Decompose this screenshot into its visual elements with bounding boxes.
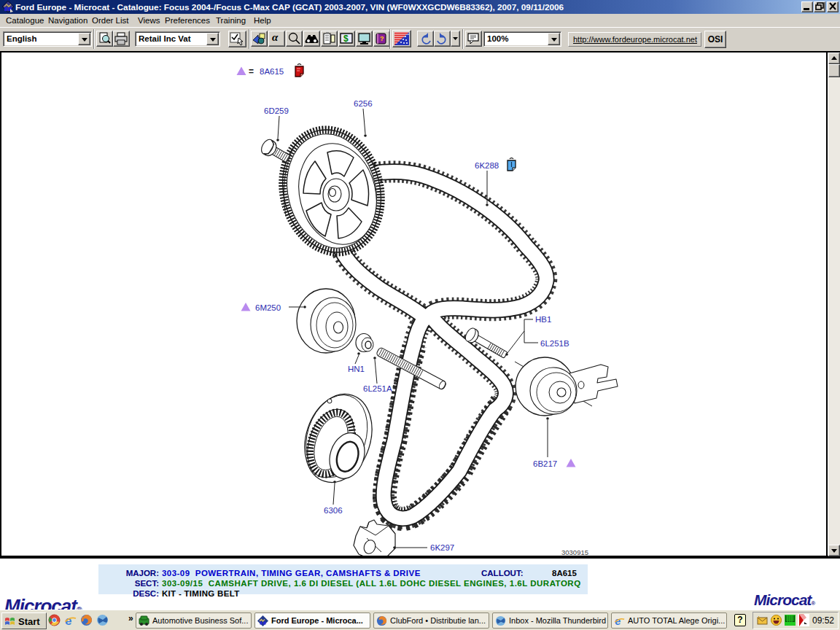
svg-text:6256: 6256 bbox=[354, 99, 373, 108]
svg-text:6L251B: 6L251B bbox=[540, 339, 569, 348]
svg-text:8A615: 8A615 bbox=[260, 67, 284, 76]
svg-text:$: $ bbox=[343, 34, 349, 44]
svg-text:6B217: 6B217 bbox=[533, 459, 557, 468]
svg-text:6M250: 6M250 bbox=[255, 303, 281, 312]
svg-text:6306: 6306 bbox=[324, 506, 343, 515]
svg-text:6K297: 6K297 bbox=[430, 543, 454, 552]
svg-text:=: = bbox=[249, 66, 254, 77]
svg-text:6L251A: 6L251A bbox=[363, 384, 392, 393]
svg-text:HB1: HB1 bbox=[535, 315, 551, 324]
svg-text:HN1: HN1 bbox=[348, 365, 365, 373]
svg-text:6K288: 6K288 bbox=[475, 161, 499, 170]
svg-text:?: ? bbox=[380, 35, 384, 42]
svg-text:6D259: 6D259 bbox=[264, 106, 289, 115]
svg-text:3030915: 3030915 bbox=[561, 548, 588, 556]
